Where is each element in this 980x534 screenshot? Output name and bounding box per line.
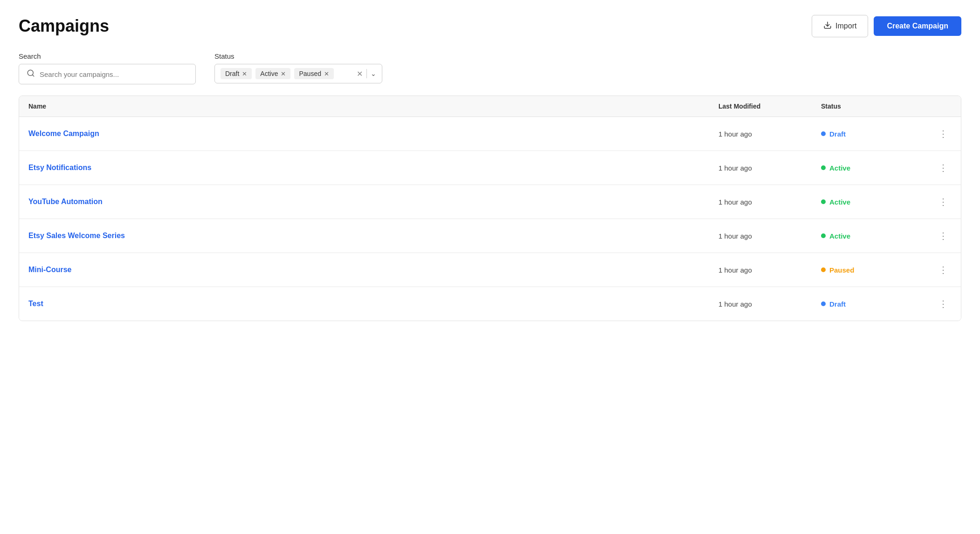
- status-cell: Active: [821, 232, 924, 240]
- row-more-button[interactable]: ⋮: [935, 263, 952, 276]
- last-modified-cell: 1 hour ago: [718, 198, 821, 206]
- import-label: Import: [835, 22, 856, 30]
- last-modified-cell: 1 hour ago: [718, 130, 821, 138]
- status-text: Active: [829, 164, 850, 172]
- status-tag-draft-close[interactable]: ✕: [242, 71, 247, 77]
- status-tag-draft: Draft ✕: [221, 68, 252, 79]
- column-status: Status: [821, 103, 924, 110]
- campaign-name-cell: Mini-Course: [28, 266, 718, 274]
- table-row: Mini-Course 1 hour ago Paused ⋮: [19, 253, 961, 287]
- campaign-name-cell: Test: [28, 300, 718, 308]
- page-header: Campaigns Import Create Campaign: [19, 15, 961, 37]
- status-text: Active: [829, 198, 850, 206]
- status-dot: [821, 131, 826, 136]
- campaign-name-link[interactable]: Welcome Campaign: [28, 130, 99, 137]
- table-row: Etsy Notifications 1 hour ago Active ⋮: [19, 151, 961, 185]
- header-actions: Import Create Campaign: [812, 15, 961, 37]
- row-actions: ⋮: [924, 195, 952, 208]
- status-text: Draft: [829, 130, 846, 138]
- status-cell: Draft: [821, 130, 924, 138]
- campaign-name-link[interactable]: Mini-Course: [28, 266, 71, 274]
- status-filter-group: Status Draft ✕ Active ✕ Paused ✕ ✕ ⌄: [214, 52, 382, 83]
- table-body: Welcome Campaign 1 hour ago Draft ⋮ Etsy…: [19, 117, 961, 321]
- status-filter-chevron-icon[interactable]: ⌄: [371, 70, 376, 77]
- status-tag-active-label: Active: [260, 70, 278, 77]
- row-actions: ⋮: [924, 263, 952, 276]
- campaign-name-cell: Welcome Campaign: [28, 130, 718, 138]
- table-header: Name Last Modified Status: [19, 96, 961, 117]
- table-row: Test 1 hour ago Draft ⋮: [19, 287, 961, 321]
- campaign-name-link[interactable]: Test: [28, 300, 43, 308]
- status-filter-clear-button[interactable]: ✕: [357, 69, 363, 78]
- status-dot: [821, 301, 826, 306]
- filters-section: Search Status Draft ✕ Active ✕ Paused: [19, 52, 961, 84]
- status-text: Active: [829, 232, 850, 240]
- create-campaign-button[interactable]: Create Campaign: [874, 16, 961, 36]
- campaign-name-link[interactable]: YouTube Automation: [28, 198, 103, 205]
- status-cell: Active: [821, 198, 924, 206]
- status-cell: Active: [821, 164, 924, 172]
- status-tag-paused-close[interactable]: ✕: [324, 71, 329, 77]
- row-actions: ⋮: [924, 161, 952, 174]
- row-actions: ⋮: [924, 297, 952, 310]
- search-icon: [27, 69, 35, 79]
- table-row: Welcome Campaign 1 hour ago Draft ⋮: [19, 117, 961, 151]
- row-more-button[interactable]: ⋮: [935, 229, 952, 242]
- table-row: Etsy Sales Welcome Series 1 hour ago Act…: [19, 219, 961, 253]
- last-modified-cell: 1 hour ago: [718, 266, 821, 274]
- status-dot: [821, 165, 826, 170]
- status-dot: [821, 233, 826, 238]
- status-cell: Draft: [821, 300, 924, 308]
- import-icon: [823, 21, 832, 31]
- last-modified-cell: 1 hour ago: [718, 300, 821, 308]
- status-label: Status: [214, 52, 382, 60]
- row-more-button[interactable]: ⋮: [935, 195, 952, 208]
- column-last-modified: Last Modified: [718, 103, 821, 110]
- status-tag-paused: Paused ✕: [294, 68, 333, 79]
- status-tag-active-close[interactable]: ✕: [281, 71, 286, 77]
- row-more-button[interactable]: ⋮: [935, 161, 952, 174]
- search-wrapper: [19, 64, 196, 84]
- campaign-name-link[interactable]: Etsy Notifications: [28, 164, 91, 171]
- page-title: Campaigns: [19, 16, 109, 36]
- svg-line-2: [32, 75, 34, 76]
- status-tag-paused-label: Paused: [299, 70, 321, 77]
- search-input[interactable]: [40, 70, 188, 78]
- last-modified-cell: 1 hour ago: [718, 164, 821, 172]
- search-filter-group: Search: [19, 52, 196, 84]
- status-tag-active: Active ✕: [255, 68, 290, 79]
- row-more-button[interactable]: ⋮: [935, 297, 952, 310]
- column-name: Name: [28, 103, 718, 110]
- search-label: Search: [19, 52, 196, 60]
- table-row: YouTube Automation 1 hour ago Active ⋮: [19, 185, 961, 219]
- status-dot: [821, 199, 826, 204]
- row-actions: ⋮: [924, 127, 952, 140]
- campaign-name-cell: Etsy Notifications: [28, 164, 718, 172]
- row-actions: ⋮: [924, 229, 952, 242]
- campaign-name-link[interactable]: Etsy Sales Welcome Series: [28, 232, 125, 240]
- campaign-name-cell: Etsy Sales Welcome Series: [28, 232, 718, 240]
- status-tag-draft-label: Draft: [225, 70, 239, 77]
- column-actions: [924, 103, 952, 110]
- status-filter-wrapper: Draft ✕ Active ✕ Paused ✕ ✕ ⌄: [214, 64, 382, 83]
- status-text: Paused: [829, 266, 854, 274]
- status-dot: [821, 267, 826, 272]
- import-button[interactable]: Import: [812, 15, 868, 37]
- campaign-name-cell: YouTube Automation: [28, 198, 718, 206]
- campaigns-table: Name Last Modified Status Welcome Campai…: [19, 96, 961, 321]
- last-modified-cell: 1 hour ago: [718, 232, 821, 240]
- filter-divider: [366, 69, 367, 78]
- row-more-button[interactable]: ⋮: [935, 127, 952, 140]
- status-text: Draft: [829, 300, 846, 308]
- status-cell: Paused: [821, 266, 924, 274]
